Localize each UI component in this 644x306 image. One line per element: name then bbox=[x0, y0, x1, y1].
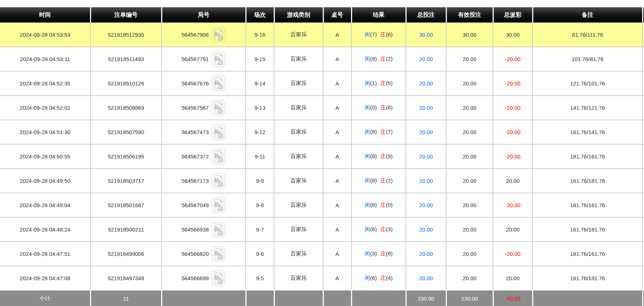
game-type-cell: 百家乐 bbox=[274, 23, 323, 47]
result-cell: 闲(3) 庄(8) bbox=[351, 242, 406, 266]
valid-bet-cell: 20.00 bbox=[446, 120, 493, 144]
video-file-icon bbox=[211, 197, 226, 213]
table-row[interactable]: 2024-09-28 04:49:04 521918501687 5645670… bbox=[0, 193, 644, 217]
video-replay-button[interactable] bbox=[211, 51, 226, 67]
total-payout-cell: 20.00 bbox=[493, 217, 533, 242]
video-replay-button[interactable] bbox=[211, 221, 226, 238]
table-row[interactable]: 2024-09-28 04:47:08 521918497348 5645666… bbox=[0, 266, 644, 290]
valid-bet-cell: 20.00 bbox=[446, 266, 493, 290]
banker-result: 庄(2) bbox=[380, 177, 392, 184]
summary-label: 小计 bbox=[0, 290, 90, 306]
valid-bet-cell: 20.00 bbox=[446, 193, 493, 217]
header-game-type: 游戏类别 bbox=[274, 7, 323, 23]
time-cell: 2024-09-28 04:48:24 bbox=[0, 217, 90, 242]
remark-cell: 141.76/121.76 bbox=[533, 96, 643, 120]
player-result: 闲(3) bbox=[365, 250, 377, 257]
banker-result: 庄(2) bbox=[380, 56, 392, 62]
video-replay-button[interactable] bbox=[211, 173, 226, 189]
total-payout-cell: -20.00 bbox=[493, 120, 533, 144]
banker-result: 庄(5) bbox=[380, 80, 392, 86]
player-result: 闲(6) bbox=[365, 226, 377, 232]
banker-result: 庄(4) bbox=[380, 275, 392, 281]
table-row[interactable]: 2024-09-28 04:49:50 521918503717 5645671… bbox=[0, 169, 644, 193]
summary-valid-bet: 230.00 bbox=[446, 290, 493, 306]
table-row[interactable]: 2024-09-28 04:52:02 521918508869 5645675… bbox=[0, 96, 644, 120]
session-cell: 9-15 bbox=[246, 47, 274, 71]
result-cell: 闲(1) 庄(5) bbox=[351, 71, 406, 96]
header-bet-id: 注单编号 bbox=[90, 7, 162, 23]
banker-result: 庄(0) bbox=[380, 202, 392, 208]
table-row[interactable]: 2024-09-28 04:50:55 521918506195 5645673… bbox=[0, 144, 644, 169]
total-payout-cell: 30.00 bbox=[493, 23, 533, 47]
video-file-icon bbox=[211, 100, 226, 116]
game-type-cell: 百家乐 bbox=[274, 144, 323, 169]
table-row[interactable]: 2024-09-28 04:51:30 521918507590 5645674… bbox=[0, 120, 644, 144]
session-cell: 9-7 bbox=[246, 217, 274, 242]
banker-result: 庄(7) bbox=[380, 129, 392, 135]
valid-bet-cell: 20.00 bbox=[446, 71, 493, 96]
bet-id-cell: 521918508869 bbox=[90, 96, 162, 120]
round-cell: 564567906 bbox=[162, 23, 246, 47]
player-result: 闲(0) bbox=[365, 104, 377, 110]
time-cell: 2024-09-28 04:47:51 bbox=[0, 242, 90, 266]
remark-cell: 161.76/181.76 bbox=[533, 266, 643, 290]
time-cell: 2024-09-28 04:53:11 bbox=[0, 47, 90, 71]
video-file-icon bbox=[211, 173, 226, 189]
total-payout-cell: -20.00 bbox=[493, 144, 533, 169]
table-row[interactable]: 2024-09-28 04:53:53 521918512935 5645679… bbox=[0, 23, 644, 47]
round-number: 564566699 bbox=[182, 275, 209, 281]
time-cell: 2024-09-28 04:49:04 bbox=[0, 193, 90, 217]
video-replay-button[interactable] bbox=[211, 270, 226, 286]
table-row[interactable]: 2024-09-28 04:52:35 521918510126 5645676… bbox=[0, 71, 644, 96]
video-file-icon bbox=[211, 75, 226, 92]
result-cell: 闲(8) 庄(9) bbox=[351, 144, 406, 169]
total-payout-cell: 20.00 bbox=[493, 266, 533, 290]
session-cell: 9-8 bbox=[246, 193, 274, 217]
result-cell: 闲(6) 庄(3) bbox=[351, 217, 406, 242]
bet-id-cell: 521918512935 bbox=[90, 23, 162, 47]
table-no-cell: A bbox=[323, 47, 351, 71]
total-bet-cell: 20.00 bbox=[406, 96, 446, 120]
video-replay-button[interactable] bbox=[211, 197, 226, 213]
round-cell: 564567567 bbox=[162, 96, 246, 120]
summary-count: 11 bbox=[90, 290, 162, 306]
valid-bet-cell: 20.00 bbox=[446, 242, 493, 266]
header-result: 结果 bbox=[351, 7, 406, 23]
table-no-cell: A bbox=[323, 71, 351, 96]
table-row[interactable]: 2024-09-28 04:47:51 521918499006 5645668… bbox=[0, 242, 644, 266]
bet-id-cell: 521918507590 bbox=[90, 120, 162, 144]
page: 时间 注单编号 局号 场次 游戏类别 桌号 结果 总投注 有效投注 总派彩 备注… bbox=[0, 0, 644, 306]
row-edge-sliver bbox=[643, 266, 644, 290]
round-number: 564566938 bbox=[182, 226, 209, 233]
total-payout-cell: -20.00 bbox=[493, 96, 533, 120]
summary-total-bet: 230.00 bbox=[406, 290, 446, 306]
video-replay-button[interactable] bbox=[211, 100, 226, 116]
remark-cell: 101.76/81.76 bbox=[533, 47, 643, 71]
valid-bet-cell: 20.00 bbox=[446, 217, 493, 242]
video-replay-button[interactable] bbox=[211, 27, 226, 43]
summary-result-cell bbox=[351, 290, 406, 306]
table-no-cell: A bbox=[323, 144, 351, 169]
bet-id-cell: 521918510126 bbox=[90, 71, 162, 96]
header-total-bet: 总投注 bbox=[406, 7, 446, 23]
player-result: 闲(7) bbox=[365, 31, 377, 37]
bet-id-cell: 521918500211 bbox=[90, 217, 162, 242]
bet-id-cell: 521918503717 bbox=[90, 169, 162, 193]
total-bet-cell: 20.00 bbox=[406, 266, 446, 290]
game-type-cell: 百家乐 bbox=[274, 71, 323, 96]
table-row[interactable]: 2024-09-28 04:48:24 521918500211 5645669… bbox=[0, 217, 644, 242]
round-number: 564567173 bbox=[182, 178, 209, 184]
round-number: 564567676 bbox=[182, 80, 209, 86]
game-type-cell: 百家乐 bbox=[274, 96, 323, 120]
result-cell: 闲(6) 庄(0) bbox=[351, 193, 406, 217]
video-replay-button[interactable] bbox=[211, 75, 226, 92]
summary-total-payout: -50.00 bbox=[493, 290, 533, 306]
session-cell: 9-16 bbox=[246, 23, 274, 47]
video-replay-button[interactable] bbox=[211, 148, 226, 165]
table-row[interactable]: 2024-09-28 04:53:11 521918511493 5645677… bbox=[0, 47, 644, 71]
result-cell: 闲(8) 庄(2) bbox=[351, 169, 406, 193]
video-replay-button[interactable] bbox=[211, 246, 226, 262]
video-replay-button[interactable] bbox=[211, 124, 226, 140]
round-number: 564567049 bbox=[182, 202, 209, 208]
summary-table-cell bbox=[323, 290, 351, 306]
